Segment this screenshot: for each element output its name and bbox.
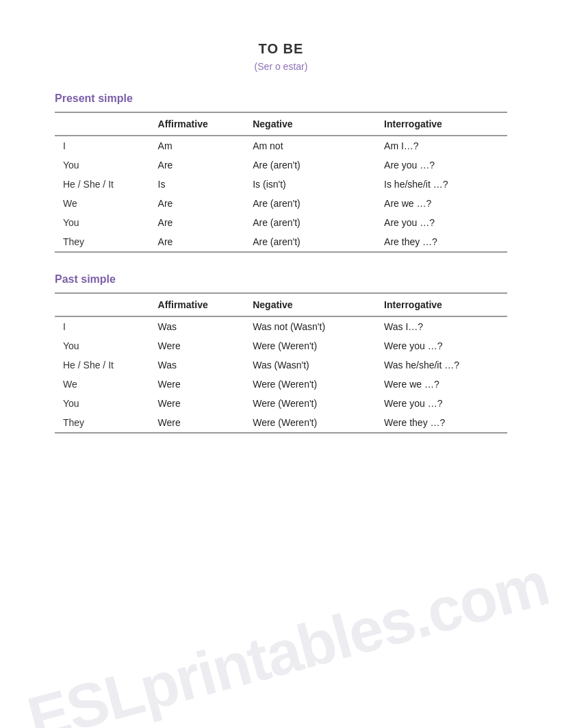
table-row: TheyAreAre (aren't)Are they …? — [55, 232, 507, 252]
affirmative-cell: Were — [150, 413, 245, 433]
past-table-header-row: Affirmative Negative Interrogative — [55, 293, 507, 316]
interrogative-cell: Are they …? — [376, 232, 507, 252]
past-simple-heading: Past simple — [55, 273, 507, 286]
past-simple-table: Affirmative Negative Interrogative IWasW… — [55, 292, 507, 434]
subject-cell: They — [55, 413, 150, 433]
page-title: TO BE — [55, 41, 507, 57]
table-row: WeAreAre (aren't)Are we …? — [55, 194, 507, 213]
table-row: YouWereWere (Weren't)Were you …? — [55, 336, 507, 355]
interrogative-cell: Were they …? — [376, 413, 507, 433]
table-row: He / She / ItWasWas (Wasn't)Was he/she/i… — [55, 355, 507, 375]
negative-cell: Was not (Wasn't) — [244, 316, 376, 336]
table-row: YouAreAre (aren't)Are you …? — [55, 155, 507, 175]
subject-cell: They — [55, 232, 150, 252]
affirmative-cell: Is — [150, 175, 245, 194]
subject-cell: You — [55, 213, 150, 232]
table-row: TheyWereWere (Weren't)Were they …? — [55, 413, 507, 433]
affirmative-cell: Are — [150, 155, 245, 175]
present-col-affirmative: Affirmative — [150, 112, 245, 136]
affirmative-cell: Was — [150, 355, 245, 375]
interrogative-cell: Am I…? — [376, 136, 507, 155]
affirmative-cell: Are — [150, 213, 245, 232]
past-col-negative: Negative — [244, 293, 376, 316]
interrogative-cell: Is he/she/it …? — [376, 175, 507, 194]
subject-cell: We — [55, 194, 150, 213]
affirmative-cell: Are — [150, 232, 245, 252]
interrogative-cell: Was I…? — [376, 316, 507, 336]
negative-cell: Are (aren't) — [244, 194, 376, 213]
subject-cell: I — [55, 316, 150, 336]
subject-cell: We — [55, 375, 150, 394]
negative-cell: Am not — [244, 136, 376, 155]
table-row: He / She / ItIsIs (isn't)Is he/she/it …? — [55, 175, 507, 194]
present-col-negative: Negative — [244, 112, 376, 136]
present-simple-heading: Present simple — [55, 92, 507, 105]
negative-cell: Are (aren't) — [244, 232, 376, 252]
interrogative-cell: Was he/she/it …? — [376, 355, 507, 375]
affirmative-cell: Were — [150, 375, 245, 394]
affirmative-cell: Was — [150, 316, 245, 336]
subject-cell: You — [55, 336, 150, 355]
negative-cell: Were (Weren't) — [244, 375, 376, 394]
negative-cell: Are (aren't) — [244, 213, 376, 232]
negative-cell: Were (Weren't) — [244, 413, 376, 433]
present-col-interrogative: Interrogative — [376, 112, 507, 136]
affirmative-cell: Are — [150, 194, 245, 213]
subject-cell: He / She / It — [55, 355, 150, 375]
table-row: IAmAm notAm I…? — [55, 136, 507, 155]
affirmative-cell: Were — [150, 394, 245, 413]
negative-cell: Is (isn't) — [244, 175, 376, 194]
interrogative-cell: Were you …? — [376, 394, 507, 413]
subject-cell: I — [55, 136, 150, 155]
interrogative-cell: Are you …? — [376, 213, 507, 232]
table-row: IWasWas not (Wasn't)Was I…? — [55, 316, 507, 336]
subject-cell: You — [55, 155, 150, 175]
present-col-subject — [55, 112, 150, 136]
subject-cell: He / She / It — [55, 175, 150, 194]
table-row: YouWereWere (Weren't)Were you …? — [55, 394, 507, 413]
interrogative-cell: Are you …? — [376, 155, 507, 175]
table-row: WeWereWere (Weren't)Were we …? — [55, 375, 507, 394]
watermark: ESLprintables.com — [21, 549, 555, 728]
interrogative-cell: Were you …? — [376, 336, 507, 355]
past-col-affirmative: Affirmative — [150, 293, 245, 316]
negative-cell: Are (aren't) — [244, 155, 376, 175]
affirmative-cell: Were — [150, 336, 245, 355]
table-row: YouAreAre (aren't)Are you …? — [55, 213, 507, 232]
negative-cell: Were (Weren't) — [244, 336, 376, 355]
interrogative-cell: Were we …? — [376, 375, 507, 394]
interrogative-cell: Are we …? — [376, 194, 507, 213]
subject-cell: You — [55, 394, 150, 413]
negative-cell: Were (Weren't) — [244, 394, 376, 413]
negative-cell: Was (Wasn't) — [244, 355, 376, 375]
page-subtitle: (Ser o estar) — [55, 61, 507, 72]
past-col-interrogative: Interrogative — [376, 293, 507, 316]
affirmative-cell: Am — [150, 136, 245, 155]
present-simple-table: Affirmative Negative Interrogative IAmAm… — [55, 112, 507, 253]
past-col-subject — [55, 293, 150, 316]
present-table-header-row: Affirmative Negative Interrogative — [55, 112, 507, 136]
